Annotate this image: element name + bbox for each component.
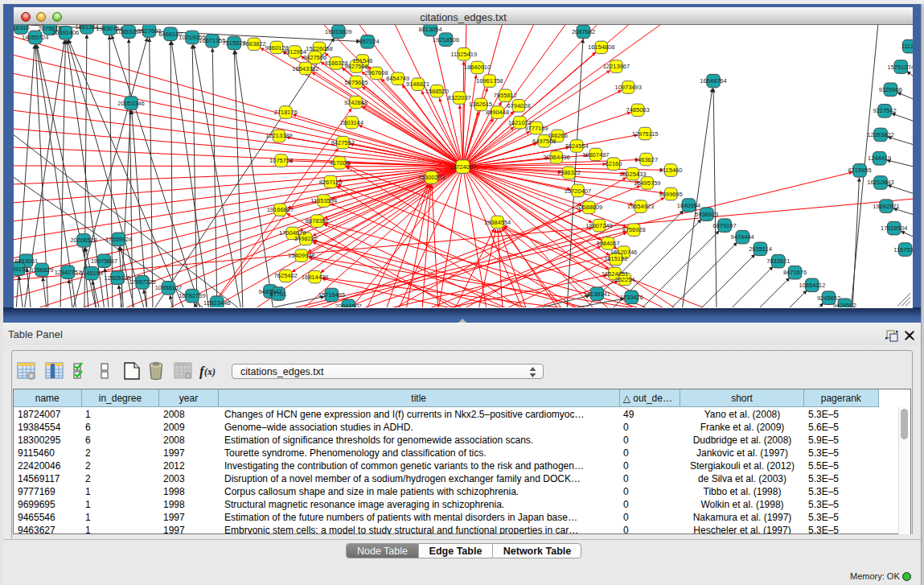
svg-text:20364436: 20364436 [543, 154, 569, 161]
svg-text:417006: 417006 [330, 159, 350, 167]
svg-text:20944502: 20944502 [335, 303, 362, 307]
svg-text:8215955: 8215955 [848, 167, 871, 175]
svg-text:18310: 18310 [14, 25, 29, 31]
svg-text:2087682: 2087682 [572, 28, 595, 35]
svg-text:9227542: 9227542 [873, 108, 896, 115]
svg-text:9699695: 9699695 [659, 191, 682, 198]
svg-text:10654112: 10654112 [799, 282, 825, 289]
svg-text:9115460: 9115460 [659, 167, 683, 174]
svg-text:1145194: 1145194 [80, 270, 104, 277]
svg-text:1588520: 1588520 [425, 88, 449, 95]
svg-text:10958107: 10958107 [155, 285, 182, 292]
svg-text:1881304: 1881304 [75, 25, 98, 31]
svg-text:12213967: 12213967 [603, 63, 630, 70]
svg-text:10973493: 10973493 [615, 84, 642, 91]
svg-text:5875685: 5875685 [344, 79, 368, 86]
svg-text:2718176: 2718176 [274, 109, 298, 116]
svg-text:20206528: 20206528 [70, 237, 97, 245]
svg-text:6794028: 6794028 [507, 102, 530, 109]
svg-text:6497568: 6497568 [532, 138, 556, 145]
svg-text:19218506: 19218506 [433, 36, 459, 43]
svg-text:15720407: 15720407 [565, 187, 591, 195]
svg-text:15751074: 15751074 [888, 64, 913, 71]
svg-text:19975687: 19975687 [91, 257, 117, 265]
svg-text:7485063: 7485063 [626, 107, 649, 114]
svg-text:7663822: 7663822 [242, 41, 265, 48]
svg-text:1615152: 1615152 [604, 256, 627, 263]
svg-text:19166827: 19166827 [267, 206, 294, 213]
svg-text:16154808: 16154808 [588, 44, 614, 51]
svg-text:8853061: 8853061 [14, 257, 38, 265]
svg-text:3624554: 3624554 [565, 142, 588, 150]
svg-text:7832621: 7832621 [766, 257, 790, 265]
svg-text:15716485: 15716485 [318, 291, 345, 299]
svg-text:2935114: 2935114 [749, 245, 772, 253]
svg-text:9756928: 9756928 [622, 226, 645, 233]
svg-text:11123: 11123 [901, 43, 913, 50]
svg-text:9242848: 9242848 [344, 99, 368, 106]
svg-text:9245652: 9245652 [817, 295, 840, 302]
svg-text:1244419: 1244419 [868, 155, 891, 163]
svg-text:12093822: 12093822 [867, 131, 893, 138]
svg-text:12975115: 12975115 [632, 130, 659, 138]
svg-text:9084067: 9084067 [596, 240, 619, 247]
svg-text:8267110: 8267110 [319, 179, 343, 186]
svg-text:9777169: 9777169 [524, 125, 548, 132]
svg-text:15300203: 15300203 [418, 174, 445, 181]
svg-text:1156829: 1156829 [31, 266, 54, 274]
svg-text:8813054: 8813054 [418, 26, 441, 33]
svg-text:17957225: 17957225 [129, 279, 155, 286]
svg-text:252254: 252254 [614, 276, 634, 283]
svg-text:7625402: 7625402 [274, 273, 298, 280]
svg-text:18807249: 18807249 [585, 222, 612, 229]
svg-text:20053346: 20053346 [117, 100, 144, 107]
svg-text:1075753: 1075753 [269, 157, 293, 164]
svg-text:16648764: 16648764 [700, 77, 726, 84]
svg-text:62160: 62160 [606, 160, 622, 167]
svg-text:10807487: 10807487 [582, 151, 609, 159]
svg-text:18640910: 18640910 [464, 64, 491, 72]
svg-text:9424502: 9424502 [833, 302, 856, 307]
svg-text:19384554: 19384554 [484, 219, 511, 226]
svg-text:16495759: 16495759 [634, 179, 660, 187]
svg-text:16033809: 16033809 [325, 28, 351, 35]
svg-text:7857224: 7857224 [355, 39, 379, 46]
svg-text:16210643: 16210643 [867, 179, 893, 187]
svg-text:14055724: 14055724 [22, 34, 48, 41]
svg-text:(x): (x) [204, 366, 216, 377]
svg-text:5938923: 5938923 [695, 211, 718, 218]
svg-text:8322037: 8322037 [448, 94, 471, 101]
svg-text:8471676: 8471676 [783, 269, 807, 276]
svg-text:19654923: 19654923 [627, 203, 654, 210]
svg-text:9827506: 9827506 [303, 54, 326, 61]
svg-text:14136141: 14136141 [584, 290, 610, 298]
svg-text:16782759: 16782759 [179, 292, 205, 299]
svg-text:12213389: 12213389 [265, 133, 292, 140]
svg-text:8878352: 8878352 [306, 217, 329, 225]
svg-text:11325419: 11325419 [450, 51, 477, 58]
svg-text:9463627: 9463627 [634, 156, 658, 163]
svg-text:8990448: 8990448 [486, 109, 509, 116]
svg-text:1640954: 1640954 [677, 202, 700, 209]
svg-text:1167533: 1167533 [893, 246, 913, 253]
svg-text:15226058: 15226058 [306, 45, 332, 52]
svg-text:8427552: 8427552 [331, 139, 355, 146]
svg-text:16961758: 16961758 [476, 77, 503, 84]
svg-text:17359924: 17359924 [105, 236, 132, 243]
svg-text:87791: 87791 [270, 290, 287, 298]
svg-text:3498222: 3498222 [294, 236, 318, 243]
svg-text:12505135: 12505135 [105, 274, 131, 282]
svg-text:17016504: 17016504 [881, 225, 907, 232]
svg-text:1362615: 1362615 [469, 101, 492, 109]
svg-text:11353594: 11353594 [310, 197, 337, 204]
svg-text:9474444: 9474444 [731, 233, 754, 241]
svg-text:10025433: 10025433 [619, 171, 646, 178]
svg-text:939154: 939154 [14, 266, 28, 273]
svg-text:10688609: 10688609 [576, 204, 602, 212]
svg-text:15409948: 15409948 [288, 252, 314, 259]
svg-text:12942757: 12942757 [55, 269, 81, 276]
svg-text:12923446: 12923446 [203, 299, 230, 307]
svg-text:2967608: 2967608 [364, 70, 388, 77]
svg-text:2803144: 2803144 [340, 119, 363, 126]
svg-text:19692971: 19692971 [873, 203, 899, 210]
